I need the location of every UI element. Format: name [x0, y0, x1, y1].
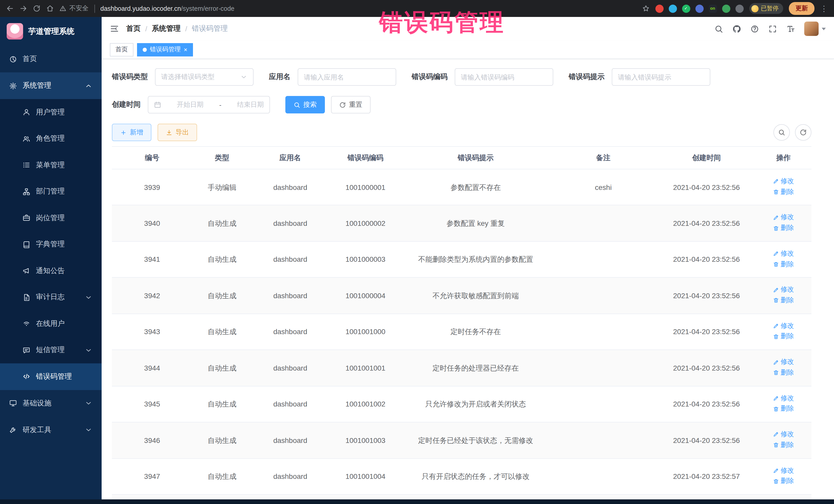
- delete-link[interactable]: 删除: [773, 259, 794, 269]
- edit-link[interactable]: 修改: [773, 249, 794, 259]
- edit-link[interactable]: 修改: [773, 466, 794, 476]
- error-type-label: 错误码类型: [112, 72, 148, 82]
- edit-link[interactable]: 修改: [773, 393, 794, 403]
- table-row: 3948自动生成dashboard1001001005CRON 表达式不正确20…: [112, 495, 811, 499]
- tag-close-icon[interactable]: ×: [184, 46, 187, 52]
- chrome-update-button[interactable]: 更新: [789, 2, 814, 15]
- delete-link[interactable]: 删除: [773, 368, 794, 378]
- delete-link[interactable]: 删除: [773, 187, 794, 197]
- delete-link[interactable]: 删除: [773, 295, 794, 305]
- browser-menu-icon[interactable]: ⋮: [820, 4, 828, 13]
- cell-hint: CRON 表达式不正确: [402, 495, 549, 499]
- security-chip[interactable]: 不安全: [60, 4, 89, 13]
- edit-link[interactable]: 修改: [773, 357, 794, 367]
- cell-app: dashboard: [252, 314, 329, 350]
- fullscreen-icon[interactable]: [768, 24, 777, 33]
- user-avatar[interactable]: [804, 22, 826, 36]
- cell-created: 2021-04-20 23:52:57: [657, 495, 755, 499]
- edit-link[interactable]: 修改: [773, 430, 794, 439]
- edit-link[interactable]: 修改: [773, 321, 794, 331]
- error-hint-input[interactable]: [618, 73, 704, 81]
- main-panel: 首页/系统管理/错误码管理 首页错误码管理× 错误码类型: [102, 17, 834, 499]
- message-icon: [23, 346, 30, 354]
- delete-icon: [773, 225, 779, 231]
- reset-button[interactable]: 重置: [331, 96, 371, 113]
- annotation-overlay: 错误码管理: [379, 7, 505, 39]
- bookmark-star-icon[interactable]: [642, 5, 650, 12]
- help-icon[interactable]: [750, 24, 759, 33]
- profile-paused-badge[interactable]: 已暂停: [749, 3, 783, 14]
- extension-drop-icon[interactable]: [668, 4, 677, 13]
- url-bar[interactable]: dashboard.yudao.iocoder.cn/system/error-…: [100, 5, 235, 12]
- edit-link[interactable]: 修改: [773, 177, 794, 186]
- edit-link[interactable]: 修改: [773, 213, 794, 222]
- create-time-label: 创建时间: [112, 100, 140, 109]
- sidebar-item-infrastructure[interactable]: 基础设施: [0, 390, 102, 416]
- search-icon[interactable]: [715, 24, 723, 33]
- delete-icon: [773, 406, 779, 412]
- sidebar-item-system-mgmt[interactable]: 系统管理: [0, 72, 102, 99]
- sidebar-item-online-users[interactable]: 在线用户: [0, 310, 102, 337]
- cell-code: 1001000001: [329, 169, 402, 205]
- cell-type: 自动生成: [192, 205, 252, 241]
- breadcrumb-item[interactable]: 首页: [126, 24, 140, 34]
- view-tag[interactable]: 错误码管理×: [137, 43, 193, 56]
- extension-grid-icon[interactable]: [695, 4, 703, 13]
- toggle-search-button[interactable]: [773, 124, 790, 140]
- extension-puzzle-icon[interactable]: [735, 4, 743, 13]
- error-type-select[interactable]: 请选择错误码类型: [155, 68, 254, 86]
- sidebar-item-dict-mgmt[interactable]: 字典管理: [0, 231, 102, 258]
- home-icon[interactable]: [46, 5, 54, 12]
- extension-on-icon[interactable]: on: [708, 4, 717, 13]
- back-icon[interactable]: [6, 5, 14, 12]
- table-row: 3946自动生成dashboard1001001003定时任务已经处于该状态，无…: [112, 422, 811, 458]
- extension-leaf-icon[interactable]: [722, 4, 730, 13]
- delete-link[interactable]: 删除: [773, 440, 794, 450]
- sidebar-item-user-mgmt[interactable]: 用户管理: [0, 99, 102, 126]
- toolbar-right: [773, 124, 811, 140]
- extension-record-icon[interactable]: [655, 4, 663, 13]
- app-name-input[interactable]: [304, 73, 390, 81]
- cell-actions: 修改删除: [755, 458, 811, 495]
- sidebar-item-sms-mgmt[interactable]: 短信管理: [0, 337, 102, 364]
- sidebar-item-home[interactable]: 首页: [0, 46, 102, 72]
- error-code-input[interactable]: [461, 73, 547, 81]
- edit-link[interactable]: 修改: [773, 285, 794, 295]
- app-name-field: [298, 68, 396, 86]
- error-hint-label: 错误码提示: [569, 72, 605, 82]
- refresh-icon: [799, 129, 807, 136]
- delete-link[interactable]: 删除: [773, 404, 794, 414]
- sidebar-item-menu-mgmt[interactable]: 菜单管理: [0, 152, 102, 178]
- breadcrumb-item[interactable]: 系统管理: [152, 24, 181, 34]
- cell-remark: [549, 495, 658, 499]
- search-icon: [293, 101, 300, 108]
- sidebar-item-dev-tools[interactable]: 研发工具: [0, 416, 102, 443]
- sidebar-item-audit-log[interactable]: 审计日志: [0, 284, 102, 310]
- view-tag[interactable]: 首页: [110, 43, 133, 56]
- delete-link[interactable]: 删除: [773, 332, 794, 342]
- code-icon: [23, 373, 30, 380]
- sidebar-item-dept-mgmt[interactable]: 部门管理: [0, 178, 102, 205]
- sidebar-item-label: 系统管理: [23, 81, 51, 90]
- sidebar-item-post-mgmt[interactable]: 岗位管理: [0, 205, 102, 231]
- refresh-table-button[interactable]: [795, 124, 811, 140]
- forward-icon[interactable]: [20, 5, 27, 12]
- search-button[interactable]: 搜索: [285, 96, 325, 113]
- system-submenu: 用户管理角色管理菜单管理部门管理岗位管理字典管理通知公告审计日志在线用户短信管理…: [0, 99, 102, 390]
- font-size-icon[interactable]: [786, 24, 795, 33]
- org-icon: [23, 188, 30, 196]
- delete-link[interactable]: 删除: [773, 223, 794, 233]
- collapse-menu-icon[interactable]: [110, 24, 119, 34]
- sidebar-item-error-code-mgmt[interactable]: 错误码管理: [0, 364, 102, 390]
- extension-check-icon[interactable]: ✓: [682, 4, 690, 13]
- date-range-picker[interactable]: 开始日期 - 结束日期: [148, 96, 270, 113]
- add-button[interactable]: 新增: [112, 124, 151, 141]
- delete-link[interactable]: 删除: [773, 476, 794, 486]
- app-logo[interactable]: 芋道管理系统: [0, 17, 102, 46]
- sidebar-item-notice[interactable]: 通知公告: [0, 258, 102, 284]
- github-icon[interactable]: [732, 24, 741, 33]
- refresh-icon[interactable]: [33, 5, 41, 12]
- plus-icon: [120, 129, 127, 136]
- sidebar-item-role-mgmt[interactable]: 角色管理: [0, 126, 102, 152]
- export-button[interactable]: 导出: [158, 124, 197, 141]
